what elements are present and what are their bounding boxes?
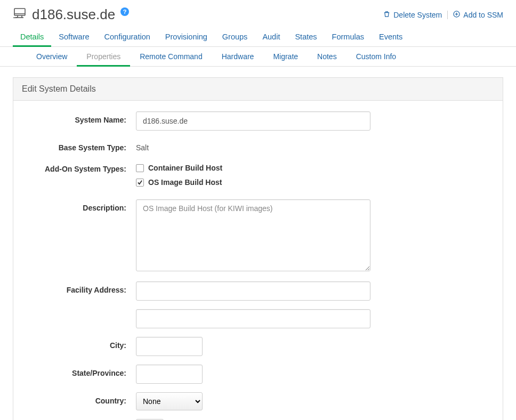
label-empty bbox=[24, 309, 136, 313]
label-system-name: System Name: bbox=[24, 111, 136, 124]
tab-software[interactable]: Software bbox=[51, 27, 96, 46]
addon-label-1: OS Image Build Host bbox=[148, 178, 222, 187]
row-addon-types: Add-On System Types: Container Build Hos… bbox=[24, 160, 492, 191]
input-city[interactable] bbox=[136, 337, 203, 356]
subtab-migrate[interactable]: Migrate bbox=[263, 47, 308, 66]
tab-audit[interactable]: Audit bbox=[255, 27, 287, 46]
checkbox-container-build-host[interactable] bbox=[136, 164, 144, 172]
label-state-province: State/Province: bbox=[24, 365, 136, 377]
panel-body: System Name: Base System Type: Salt Add-… bbox=[13, 101, 503, 420]
delete-system-link[interactable]: Delete System bbox=[383, 11, 442, 19]
addon-row-0: Container Build Host bbox=[136, 160, 370, 172]
plus-circle-icon bbox=[453, 11, 460, 19]
svg-rect-0 bbox=[14, 9, 25, 15]
row-facility-address: Facility Address: bbox=[24, 281, 492, 301]
subtab-custom-info[interactable]: Custom Info bbox=[346, 47, 406, 66]
tab-events[interactable]: Events bbox=[372, 27, 410, 46]
label-country: Country: bbox=[24, 392, 136, 405]
row-facility-address-2 bbox=[24, 309, 492, 328]
input-system-name[interactable] bbox=[136, 111, 370, 131]
tab-groups[interactable]: Groups bbox=[215, 27, 255, 46]
header-actions: Delete System Add to SSM bbox=[383, 11, 503, 19]
input-facility-address-1[interactable] bbox=[136, 281, 370, 301]
addon-label-0: Container Build Host bbox=[148, 164, 222, 172]
panel-heading: Edit System Details bbox=[13, 78, 503, 101]
textarea-description[interactable] bbox=[136, 199, 370, 271]
row-city: City: bbox=[24, 337, 492, 356]
row-country: Country: None bbox=[24, 392, 492, 410]
page-header: d186.suse.de ? Delete System Add to SSM bbox=[0, 0, 516, 27]
system-icon bbox=[13, 8, 27, 21]
subtab-overview[interactable]: Overview bbox=[27, 47, 77, 66]
tab-details[interactable]: Details bbox=[13, 27, 51, 46]
help-icon[interactable]: ? bbox=[120, 7, 129, 16]
subtab-notes[interactable]: Notes bbox=[308, 47, 346, 66]
label-base-type: Base System Type: bbox=[24, 139, 136, 152]
label-city: City: bbox=[24, 337, 136, 350]
checkbox-os-image-build-host[interactable] bbox=[136, 179, 144, 187]
label-addon-types: Add-On System Types: bbox=[24, 160, 136, 173]
tab-states[interactable]: States bbox=[287, 27, 324, 46]
subtab-remote-command[interactable]: Remote Command bbox=[130, 47, 212, 66]
row-system-name: System Name: bbox=[24, 111, 492, 131]
row-description: Description: bbox=[24, 199, 492, 273]
row-base-type: Base System Type: Salt bbox=[24, 139, 492, 152]
add-to-ssm-link[interactable]: Add to SSM bbox=[453, 11, 503, 19]
addon-row-1: OS Image Build Host bbox=[136, 176, 370, 187]
add-to-ssm-label: Add to SSM bbox=[463, 11, 503, 19]
page-title: d186.suse.de bbox=[32, 6, 115, 23]
value-base-type: Salt bbox=[136, 139, 370, 152]
secondary-tabs: Overview Properties Remote Command Hardw… bbox=[0, 47, 516, 67]
label-description: Description: bbox=[24, 199, 136, 212]
edit-panel: Edit System Details System Name: Base Sy… bbox=[13, 77, 503, 420]
input-state-province[interactable] bbox=[136, 365, 203, 384]
subtab-properties[interactable]: Properties bbox=[77, 47, 130, 66]
tab-configuration[interactable]: Configuration bbox=[97, 27, 158, 46]
subtab-hardware[interactable]: Hardware bbox=[212, 47, 264, 66]
tab-provisioning[interactable]: Provisioning bbox=[158, 27, 215, 46]
delete-system-label: Delete System bbox=[393, 11, 442, 19]
title-group: d186.suse.de ? bbox=[13, 6, 129, 23]
action-separator bbox=[447, 11, 448, 19]
label-facility-address: Facility Address: bbox=[24, 281, 136, 294]
trash-icon bbox=[383, 11, 390, 19]
input-facility-address-2[interactable] bbox=[136, 309, 370, 328]
select-country[interactable]: None bbox=[136, 392, 203, 410]
row-state-province: State/Province: bbox=[24, 365, 492, 384]
primary-tabs: Details Software Configuration Provision… bbox=[0, 27, 516, 47]
tab-formulas[interactable]: Formulas bbox=[325, 27, 372, 46]
